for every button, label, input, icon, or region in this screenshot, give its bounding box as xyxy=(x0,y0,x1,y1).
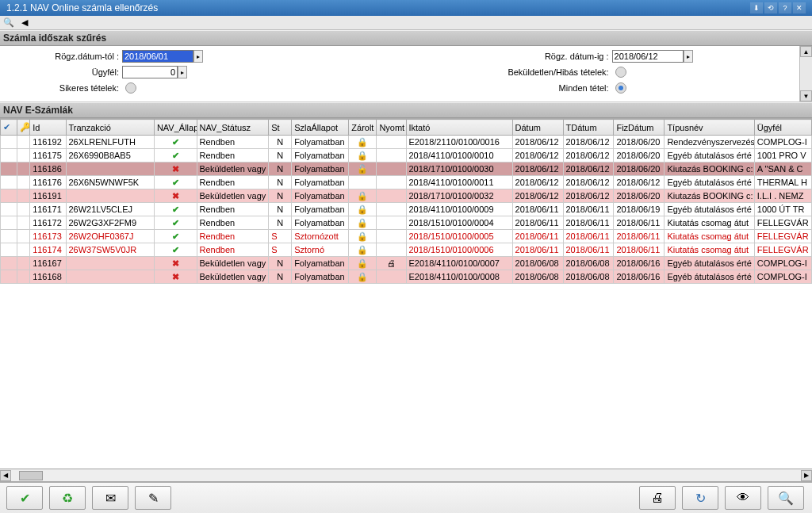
col-iktato[interactable]: Iktató xyxy=(406,120,512,136)
col-key-icon[interactable]: 🔑 xyxy=(17,120,30,136)
refresh-icon[interactable]: ⟲ xyxy=(764,2,777,13)
cell-szla-allapot: Folyamatban xyxy=(292,203,349,216)
table-row[interactable]: 11617526X6990B8AB5✔RendbenNFolyamatban🔒2… xyxy=(1,149,812,163)
table-row[interactable]: 116186✖Beküldetlen vagyNFolyamatban🔓2018… xyxy=(1,163,812,176)
cell-nyomt xyxy=(377,189,406,203)
cell-iktato: 2018/4110/0100/0010 xyxy=(406,149,512,163)
col-zarolt[interactable]: Zárolt xyxy=(349,120,377,136)
cell-zarolt: 🔓 xyxy=(349,163,377,176)
scroll-track[interactable] xyxy=(11,470,801,481)
scroll-thumb[interactable] xyxy=(19,471,43,480)
help-icon[interactable]: ? xyxy=(779,2,791,13)
cell-datum: 2018/06/11 xyxy=(512,243,563,257)
cell-tranzakcio: 26W2OHF0367J xyxy=(66,230,154,243)
rogz-tol-picker-icon[interactable]: ▸ xyxy=(193,50,203,63)
mail-button[interactable]: ✉ xyxy=(92,486,128,510)
collapse-icon[interactable]: ◀ xyxy=(17,17,32,29)
minden-radio[interactable] xyxy=(615,82,626,94)
scroll-left-icon[interactable]: ◀ xyxy=(0,470,11,481)
col-nyomt[interactable]: Nyomt xyxy=(377,120,406,136)
cell-nav-allap: ✖ xyxy=(154,163,197,176)
col-szla-allapot[interactable]: SzlaÁllapot xyxy=(292,120,349,136)
find-button[interactable]: 🔍 xyxy=(768,486,804,510)
rogz-ig-picker-icon[interactable]: ▸ xyxy=(684,50,693,63)
cell-tdatum: 2018/06/12 xyxy=(563,189,614,203)
cell-tdatum: 2018/06/12 xyxy=(563,163,614,176)
cell-zarolt: 🔒 xyxy=(349,149,377,163)
bekuldetlen-radio[interactable] xyxy=(615,67,626,78)
cell-tranzakcio xyxy=(66,270,154,284)
confirm-button[interactable]: ✔ xyxy=(6,486,43,510)
cell-fizdatum: 2018/06/16 xyxy=(614,270,665,284)
print-button[interactable]: 🖨 xyxy=(639,486,676,510)
cell-nav-statusz: Beküldetlen vagy xyxy=(197,257,269,270)
status-ok-icon: ✔ xyxy=(157,231,194,242)
grid-header-row: ✔ 🔑 Id Tranzakció NAV_Állap NAV_Státusz … xyxy=(1,120,812,136)
sikeres-radio[interactable] xyxy=(125,82,136,94)
cell-tdatum: 2018/06/08 xyxy=(563,257,614,270)
cell-nyomt xyxy=(377,176,406,189)
cell-fizdatum: 2018/06/19 xyxy=(614,203,665,216)
cell-nyomt xyxy=(377,136,406,149)
scroll-down-icon[interactable]: ▼ xyxy=(800,90,812,101)
filter-scrollbar[interactable]: ▲ ▼ xyxy=(799,46,812,101)
status-ok-icon: ✔ xyxy=(157,178,194,188)
ugyfel-label: Ügyfél: xyxy=(2,67,122,77)
table-row[interactable]: 11617626X6N5WNWF5K✔RendbenNFolyamatban20… xyxy=(1,176,812,189)
col-ugyfel[interactable]: Ügyfél xyxy=(754,120,811,136)
cell-tdatum: 2018/06/12 xyxy=(563,136,614,149)
table-row[interactable]: 116167✖Beküldetlen vagyNFolyamatban🔒🖨E20… xyxy=(1,257,812,270)
cell-nyomt xyxy=(377,243,406,257)
table-row[interactable]: 116191✖Beküldetlen vagyNFolyamatban🔒2018… xyxy=(1,189,812,203)
col-nav-statusz[interactable]: NAV_Státusz xyxy=(197,120,269,136)
lock-icon: 🔒 xyxy=(357,258,368,268)
ugyfel-picker-icon[interactable]: ▸ xyxy=(178,66,187,78)
cell-id: 116174 xyxy=(30,243,66,257)
col-check[interactable]: ✔ xyxy=(1,120,17,136)
invoice-grid[interactable]: ✔ 🔑 Id Tranzakció NAV_Állap NAV_Státusz … xyxy=(0,119,812,284)
lock-open-icon: 🔓 xyxy=(357,164,368,174)
col-st[interactable]: St xyxy=(269,120,292,136)
recycle-button[interactable]: ♻ xyxy=(49,486,86,510)
table-row[interactable]: 11619226XLRENLFUTH✔RendbenNFolyamatban🔒E… xyxy=(1,136,812,149)
table-row[interactable]: 116168✖Beküldetlen vagyNFolyamatban🔒E201… xyxy=(1,270,812,284)
col-fizdatum[interactable]: FizDátum xyxy=(614,120,665,136)
cell-datum: 2018/06/12 xyxy=(512,163,563,176)
table-row[interactable]: 11617126W21LV5CLEJ✔RendbenNFolyamatban🔒2… xyxy=(1,203,812,216)
ugyfel-input[interactable] xyxy=(122,66,178,78)
cell-iktato: 2018/1710/0100/0032 xyxy=(406,189,512,203)
table-row[interactable]: 11617426W37SW5V0JR✔RendbenSSztornó🔒2018/… xyxy=(1,243,812,257)
cell-nav-statusz: Beküldetlen vagy xyxy=(197,189,269,203)
rogz-ig-input[interactable] xyxy=(612,50,684,63)
search-icon[interactable]: 🔍 xyxy=(2,17,16,29)
status-fail-icon: ✖ xyxy=(157,272,194,282)
col-datum[interactable]: Dátum xyxy=(512,120,563,136)
horizontal-scrollbar[interactable]: ◀ ▶ xyxy=(0,469,812,481)
col-tdatum[interactable]: TDátum xyxy=(563,120,614,136)
cell-tranzakcio xyxy=(66,189,154,203)
view-button[interactable]: 👁 xyxy=(725,486,761,510)
cell-iktato: 2018/4110/0100/0011 xyxy=(406,176,512,189)
cell-nav-allap: ✔ xyxy=(154,230,197,243)
close-icon[interactable]: ✕ xyxy=(793,2,806,13)
table-row[interactable]: 11617226W2G3XF2FM9✔RendbenNFolyamatban🔒2… xyxy=(1,216,812,230)
rogz-tol-input[interactable] xyxy=(122,50,193,63)
scroll-right-icon[interactable]: ▶ xyxy=(801,470,812,481)
cell-tipusnev: Kiutatás csomag átut xyxy=(665,230,754,243)
reload-button[interactable]: ↻ xyxy=(682,486,718,510)
col-tranzakcio[interactable]: Tranzakció xyxy=(66,120,154,136)
cell-ugyfel: COMPLOG-I xyxy=(754,270,811,284)
cell-zarolt xyxy=(349,176,377,189)
table-row[interactable]: 11617326W2OHF0367J✔RendbenSSztornózott🔒2… xyxy=(1,230,812,243)
cell-zarolt: 🔒 xyxy=(349,136,377,149)
download-icon[interactable]: ⬇ xyxy=(750,2,763,13)
col-nav-allap[interactable]: NAV_Állap xyxy=(154,120,197,136)
col-tipusnev[interactable]: Típusnév xyxy=(665,120,754,136)
col-id[interactable]: Id xyxy=(30,120,66,136)
cell-nav-allap: ✖ xyxy=(154,257,197,270)
status-ok-icon: ✔ xyxy=(157,245,194,255)
cell-nyomt: 🖨 xyxy=(377,257,406,270)
scroll-up-icon[interactable]: ▲ xyxy=(800,46,812,57)
edit-button[interactable]: ✎ xyxy=(135,486,171,510)
cell-fizdatum: 2018/06/11 xyxy=(614,243,665,257)
